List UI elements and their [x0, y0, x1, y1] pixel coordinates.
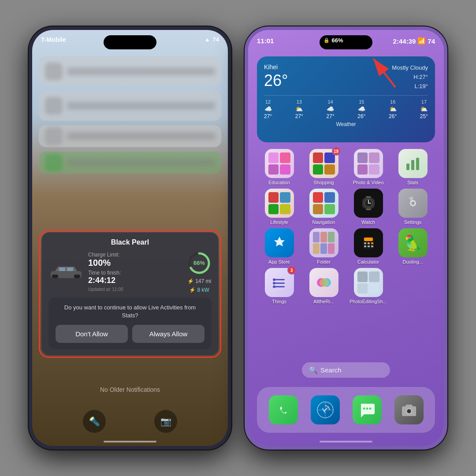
app-grid: Education 19 Shopping	[257, 149, 435, 308]
app-lifestyle[interactable]: Lifestyle	[260, 189, 299, 225]
la-updated: Updated at: 11:00	[88, 287, 182, 292]
settings-label: Settings	[404, 219, 422, 225]
wifi-icon-right: 📶	[417, 37, 426, 45]
power-icon: ⚡	[189, 287, 197, 293]
range-icon: ⚡	[187, 278, 195, 284]
education-icon	[265, 149, 294, 178]
svg-rect-10	[411, 160, 414, 170]
red-arrow	[369, 54, 404, 89]
appstore-icon	[265, 228, 294, 257]
weather-city: Kihei	[264, 63, 288, 71]
flashlight-button[interactable]: 🔦	[83, 410, 106, 433]
app-alltheri[interactable]: AlltheRi...	[304, 268, 344, 304]
la-charge-label: Charge Limit:	[88, 252, 182, 258]
permission-buttons: Don't Allow Always Allow	[56, 325, 205, 343]
notif-card-2	[39, 91, 221, 121]
app-row-2: Lifestyle Navigation	[257, 189, 435, 225]
wifi-icon: ▲	[205, 36, 210, 43]
flashlight-icon: 🔦	[89, 416, 100, 427]
svg-rect-4	[67, 268, 73, 271]
education-label: Education	[268, 180, 290, 185]
dock-messages[interactable]	[353, 395, 382, 424]
weather-widget[interactable]: Kihei 26° Mostly Cloudy H:27° L:19° 12 ☁…	[257, 56, 435, 142]
app-education[interactable]: Education	[260, 149, 299, 185]
svg-point-45	[407, 410, 410, 413]
photo-video-icon	[354, 149, 383, 178]
svg-rect-1	[52, 275, 58, 278]
dont-allow-button[interactable]: Don't Allow	[56, 325, 128, 343]
ring-container: 66%	[187, 251, 212, 275]
things-icon: 3	[265, 268, 294, 297]
svg-rect-25	[371, 245, 373, 247]
app-stats[interactable]: Stats	[393, 149, 433, 185]
forecast-day-2: 14 ☁️ 27°	[327, 99, 335, 119]
app-row-4: 3 Things	[257, 268, 435, 304]
weather-left: Kihei 26°	[264, 63, 288, 90]
app-things[interactable]: 3 Things	[260, 268, 299, 304]
empty-slot	[398, 268, 428, 297]
svg-line-8	[373, 59, 395, 87]
svg-rect-22	[371, 242, 373, 244]
app-row-3: App Store Folder	[257, 228, 435, 264]
app-watch[interactable]: Watch	[349, 189, 388, 225]
dock-safari[interactable]	[311, 395, 340, 424]
photoediting-label: PhotoEditingSh...	[350, 299, 387, 304]
photo-video-label: Photo & Video	[353, 180, 383, 185]
carrier-label: T-Mobile	[41, 36, 205, 43]
stats-label: Stats	[407, 180, 418, 185]
calculator-label: Calculator	[357, 259, 379, 264]
camera-button[interactable]: 📷	[154, 410, 177, 433]
stats-icon	[398, 149, 428, 178]
svg-point-27	[273, 279, 275, 281]
notif-card-green	[39, 152, 221, 174]
la-power: ⚡ 8 kW	[189, 287, 209, 293]
app-photoediting[interactable]: PhotoEditingSh...	[349, 268, 388, 304]
svg-rect-20	[364, 242, 366, 244]
right-status-bar: 11:01 🔒 66% 2:44:39 📶 74	[248, 30, 444, 54]
navigation-icon	[309, 189, 338, 218]
dock-phone[interactable]	[269, 395, 298, 424]
svg-rect-24	[368, 245, 370, 247]
forecast-day-5: 17 ⛅ 25°	[420, 99, 428, 119]
search-icon: 🔍	[309, 366, 318, 374]
live-activity-card: Black Pearl Charge Limit: 100%	[41, 232, 219, 355]
svg-rect-28	[274, 283, 285, 284]
dock-camera[interactable]	[394, 395, 424, 424]
notif-text-green	[67, 159, 215, 166]
camera-icon: 📷	[160, 416, 171, 427]
forecast-day-1: 13 ⛅ 27°	[295, 99, 303, 119]
photoediting-icon	[354, 268, 383, 297]
no-older-label: No Older Notifications	[32, 386, 228, 393]
svg-rect-3	[59, 268, 65, 271]
home-indicator	[104, 441, 156, 443]
la-range: ⚡ 147 mi	[187, 278, 211, 284]
weather-temp: 26°	[264, 71, 288, 90]
app-calculator[interactable]: Calculator	[349, 228, 388, 264]
live-activity-wrapper: Black Pearl Charge Limit: 100%	[39, 230, 221, 358]
ring-text: 66%	[187, 251, 212, 275]
always-allow-button[interactable]: Always Allow	[132, 325, 205, 343]
search-bar[interactable]: 🔍 Search	[302, 362, 390, 378]
notif-text-2	[67, 102, 215, 109]
folder-label: Folder	[317, 259, 331, 264]
clock-time: 2:44:39 📶 74	[393, 37, 435, 45]
shopping-icon: 19	[309, 149, 338, 178]
notif-card-1	[39, 56, 221, 86]
lifestyle-label: Lifestyle	[270, 219, 288, 225]
svg-rect-23	[364, 245, 366, 247]
app-settings[interactable]: Settings	[393, 189, 433, 225]
app-duolingo[interactable]: 🦜 Duoling...	[393, 228, 433, 264]
app-photo-video[interactable]: Photo & Video	[349, 149, 388, 185]
navigation-label: Navigation	[312, 219, 335, 225]
app-appstore[interactable]: App Store	[260, 228, 299, 264]
app-shopping[interactable]: 19 Shopping	[304, 149, 344, 185]
things-label: Things	[272, 299, 286, 304]
la-info: Charge Limit: 100% Time to finish: 2:44:…	[88, 252, 182, 292]
folder-icon	[309, 228, 338, 257]
shopping-badge: 19	[332, 147, 341, 156]
app-folder[interactable]: Folder	[304, 228, 344, 264]
notif-icon-2	[45, 97, 63, 115]
app-navigation[interactable]: Navigation	[304, 189, 344, 225]
svg-point-40	[363, 408, 365, 410]
la-charge-val: 100%	[88, 258, 182, 268]
